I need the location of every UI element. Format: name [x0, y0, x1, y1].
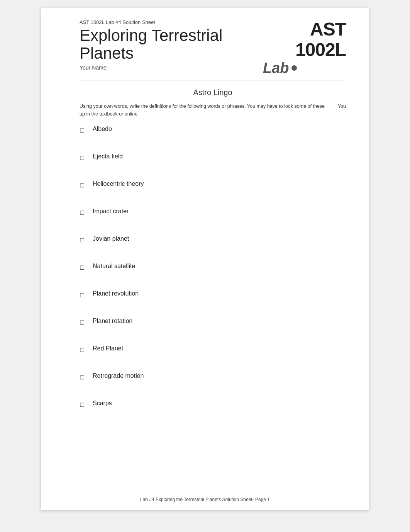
- header-left: AST 1002L Lab #4 Solution Sheet Explorin…: [80, 19, 263, 71]
- term-label: Ejecta field: [93, 153, 123, 160]
- term-list: ◻Albedo◻Ejecta field◻Heliocentric theory…: [80, 126, 346, 408]
- logo-line1: AST 1002L: [263, 19, 346, 60]
- term-bullet-icon: ◻: [80, 154, 87, 161]
- logo: AST 1002L Lab: [263, 19, 346, 76]
- list-item: ◻Ejecta field: [80, 153, 346, 161]
- instructions: Using your own words, write the definiti…: [80, 102, 346, 118]
- instructions-you: You: [338, 102, 346, 110]
- page: AST 1002L Lab #4 Solution Sheet Explorin…: [41, 8, 369, 510]
- list-item: ◻Planet rotation: [80, 318, 346, 326]
- term-label: Jovian planet: [93, 235, 129, 242]
- term-label: Heliocentric theory: [93, 180, 144, 187]
- section-title: Astro Lingo: [80, 88, 346, 97]
- logo-line2: Lab: [263, 60, 346, 76]
- list-item: ◻Red Planet: [80, 345, 346, 353]
- name-label: Your Name:: [80, 65, 263, 71]
- term-bullet-icon: ◻: [80, 401, 87, 408]
- list-item: ◻Impact crater: [80, 208, 346, 216]
- term-bullet-icon: ◻: [80, 318, 87, 326]
- footer: Lab #4 Exploring the Terrestrial Planets…: [41, 497, 369, 502]
- term-bullet-icon: ◻: [80, 291, 87, 298]
- term-label: Scarps: [93, 400, 112, 407]
- list-item: ◻Scarps: [80, 400, 346, 408]
- term-bullet-icon: ◻: [80, 263, 87, 271]
- term-bullet-icon: ◻: [80, 346, 87, 353]
- term-bullet-icon: ◻: [80, 181, 87, 189]
- page-title: Exploring Terrestrial Planets: [80, 27, 263, 62]
- term-label: Impact crater: [93, 208, 129, 215]
- list-item: ◻Planet revolution: [80, 290, 346, 298]
- instructions-text: Using your own words, write the definiti…: [80, 102, 330, 118]
- term-bullet-icon: ◻: [80, 126, 87, 134]
- footer-text: Lab #4 Exploring the Terrestrial Planets…: [140, 497, 270, 502]
- term-label: Retrograde motion: [93, 372, 144, 379]
- list-item: ◻Natural satellite: [80, 263, 346, 271]
- header: AST 1002L Lab #4 Solution Sheet Explorin…: [80, 19, 346, 80]
- term-label: Planet rotation: [93, 318, 132, 325]
- term-label: Albedo: [93, 126, 112, 133]
- logo-dot-icon: [291, 65, 297, 71]
- list-item: ◻Albedo: [80, 126, 346, 134]
- term-label: Red Planet: [93, 345, 123, 352]
- list-item: ◻Heliocentric theory: [80, 180, 346, 189]
- list-item: ◻Jovian planet: [80, 235, 346, 243]
- term-label: Planet revolution: [93, 290, 139, 297]
- list-item: ◻Retrograde motion: [80, 372, 346, 381]
- term-label: Natural satellite: [93, 263, 135, 270]
- term-bullet-icon: ◻: [80, 236, 87, 243]
- term-bullet-icon: ◻: [80, 373, 87, 381]
- term-bullet-icon: ◻: [80, 209, 87, 216]
- header-subtitle: AST 1002L Lab #4 Solution Sheet: [80, 19, 263, 25]
